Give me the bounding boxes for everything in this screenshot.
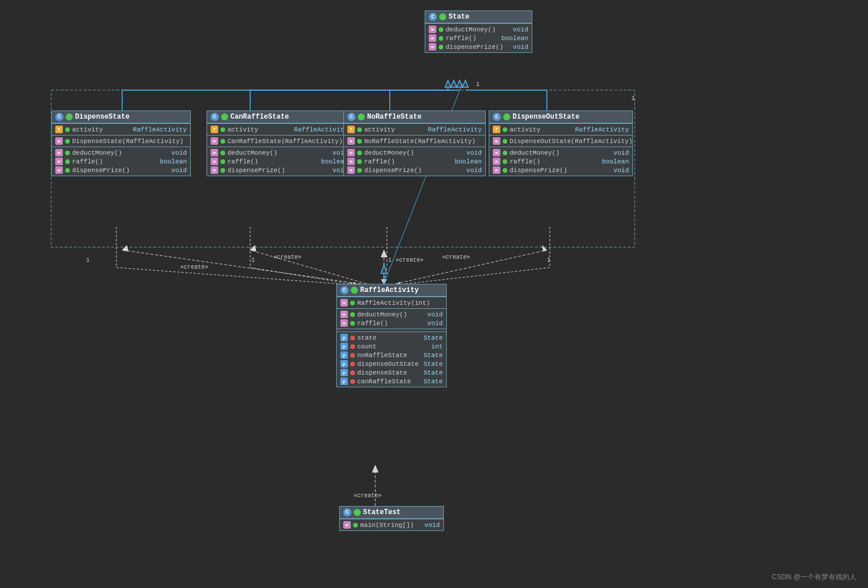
- method-icon: m: [347, 158, 355, 165]
- prop-icon: p: [340, 351, 348, 359]
- svg-line-17: [250, 250, 367, 284]
- svg-line-15: [122, 250, 361, 284]
- class-green-dot: [358, 113, 365, 120]
- vis-dot: [65, 139, 70, 144]
- dispense-state-name: DispenseState: [75, 113, 130, 121]
- nrs-method-3: m dispensePrize() void: [344, 166, 485, 174]
- svg-marker-22: [542, 245, 547, 251]
- ds-method-3: m dispensePrize() void: [52, 166, 190, 174]
- class-icon: C: [340, 286, 348, 294]
- state-method-3: m dispensePrize() void: [425, 42, 532, 51]
- dispense-out-state-name: DispenseOutState: [513, 113, 579, 121]
- method-icon: m: [55, 166, 63, 174]
- method-icon: m: [347, 166, 355, 174]
- vis-dot: [503, 159, 507, 164]
- field-icon: f: [211, 126, 218, 133]
- svg-text:«create»: «create»: [442, 254, 470, 261]
- nrs-method-2: m raffle() boolean: [344, 157, 485, 166]
- can-raffle-state-name: CanRaffleState: [230, 113, 289, 121]
- method-icon: m: [493, 158, 500, 165]
- vis-dot: [503, 168, 507, 173]
- vis-dot: [65, 159, 70, 164]
- vis-dot: [439, 36, 443, 41]
- svg-line-36: [384, 268, 387, 285]
- vis-dot: [220, 127, 225, 132]
- crs-method-3: m dispensePrize() void: [207, 166, 351, 174]
- ra-field-dispenseout: p dispenseOutState State: [337, 359, 446, 368]
- method-icon: m: [211, 166, 218, 174]
- svg-text:«create»: «create»: [273, 254, 301, 261]
- state-class-name: State: [449, 13, 469, 21]
- method-icon: m: [429, 34, 436, 42]
- state-icon: C: [429, 13, 437, 21]
- vis-dot: [350, 301, 355, 305]
- ds-method-1: m deductMoney() void: [52, 148, 190, 157]
- vis-dot: [350, 321, 355, 326]
- ds-method-2: m raffle() boolean: [52, 157, 190, 166]
- class-icon: C: [343, 508, 351, 516]
- class-green-dot: [66, 113, 73, 120]
- svg-text:1: 1: [388, 257, 392, 263]
- vis-dot: [439, 45, 443, 49]
- st-method-1: m main(String[]) void: [340, 521, 443, 529]
- class-green-dot: [503, 113, 510, 120]
- dos-method-1: m deductMoney() void: [489, 148, 632, 157]
- can-raffle-state-class: C CanRaffleState f activity RaffleActivi…: [207, 111, 352, 176]
- svg-line-40: [396, 268, 550, 285]
- vis-dot: [220, 139, 225, 144]
- vis-dot: [353, 523, 358, 528]
- method-icon: m: [343, 521, 351, 529]
- method-icon: m: [340, 299, 348, 307]
- method-icon: m: [340, 311, 348, 318]
- svg-marker-16: [122, 245, 128, 251]
- vis-dot: [357, 168, 362, 173]
- svg-text:1: 1: [547, 257, 550, 263]
- watermark: CSDN @一个有梦有戏的人: [771, 572, 856, 582]
- dos-method-2: m raffle() boolean: [489, 157, 632, 166]
- svg-text:1: 1: [86, 257, 90, 263]
- ra-field-dispense: p dispenseState State: [337, 368, 446, 377]
- vis-dot: [350, 312, 355, 317]
- svg-line-32: [250, 268, 358, 285]
- method-icon: m: [340, 319, 348, 327]
- prop-icon: p: [340, 360, 348, 368]
- state-green-dot: [439, 13, 446, 20]
- no-raffle-state-name: NoRaffleState: [367, 113, 422, 121]
- state-method-2: m raffle() boolean: [425, 34, 532, 42]
- svg-text:1: 1: [251, 257, 255, 263]
- ra-method-1: m deductMoney() void: [337, 310, 446, 319]
- ra-field-noraffle: p noRaffleState State: [337, 351, 446, 359]
- prop-icon: p: [340, 343, 348, 350]
- field-icon: f: [347, 126, 355, 133]
- class-green-dot: [351, 287, 358, 294]
- method-icon: m: [347, 137, 355, 145]
- vis-dot: [350, 370, 355, 375]
- vis-dot: [65, 151, 70, 155]
- diagram-container: 1 «create» «create» «create» «create» 1 …: [0, 0, 868, 588]
- svg-text:1: 1: [476, 81, 480, 88]
- dispense-out-state-class: C DispenseOutState f activity RaffleActi…: [489, 111, 633, 176]
- svg-line-21: [396, 250, 547, 284]
- vis-dot: [357, 151, 362, 155]
- svg-text:«create»: «create»: [396, 257, 424, 263]
- vis-dot: [220, 151, 225, 155]
- state-method-1: m deductMoney() void: [425, 25, 532, 34]
- crs-constructor: m CanRaffleState(RaffleActivity): [207, 137, 351, 145]
- ra-field-canraffle: p canRaffleState State: [337, 377, 446, 386]
- crs-method-2: m raffle() boolean: [207, 157, 351, 166]
- method-icon: m: [493, 137, 500, 145]
- method-icon: m: [211, 158, 218, 165]
- method-icon: m: [429, 43, 436, 51]
- svg-marker-12: [463, 80, 468, 87]
- svg-text:«create»: «create»: [354, 493, 382, 499]
- class-green-dot: [221, 113, 228, 120]
- field-icon: f: [493, 126, 500, 133]
- method-icon: m: [55, 149, 63, 156]
- ra-constructor: m RaffleActivity(int): [337, 298, 446, 307]
- state-test-class: C StateTest m main(String[]) void: [339, 506, 444, 531]
- ra-field-count: p count int: [337, 342, 446, 351]
- class-icon: C: [493, 113, 501, 121]
- vis-dot: [503, 151, 507, 155]
- state-class: C State m deductMoney() void m raffle() …: [425, 10, 532, 53]
- method-icon: m: [493, 149, 500, 156]
